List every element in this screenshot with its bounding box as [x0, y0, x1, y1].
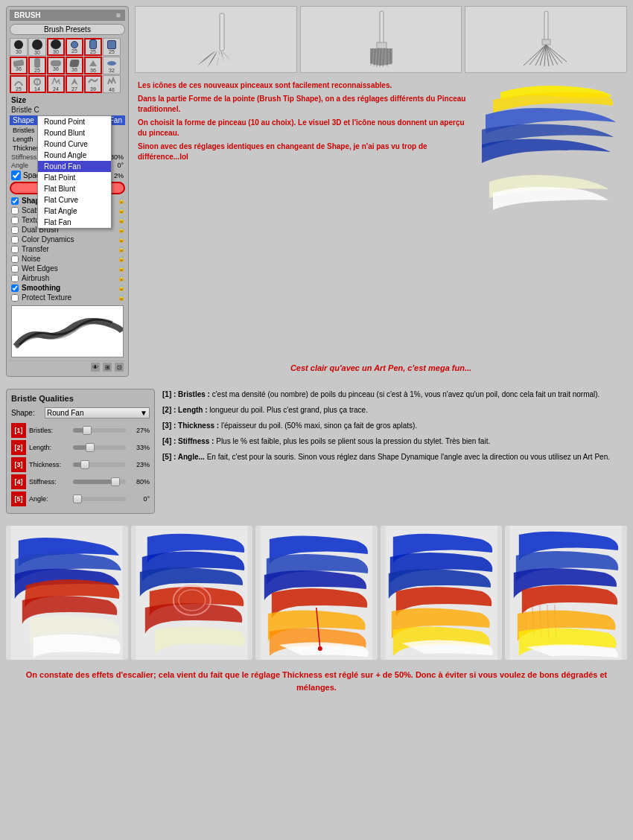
brush-thumb-7[interactable]: 36	[10, 57, 28, 74]
expl-text-4: Sinon avec des réglages identiques en ch…	[138, 141, 471, 162]
brush-thumb-15[interactable]: 24	[47, 75, 65, 93]
brush-preview	[11, 305, 124, 357]
stiffness-track-2[interactable]	[73, 480, 126, 484]
protect-texture-checkbox[interactable]	[11, 294, 19, 302]
wet-edges-checkbox[interactable]	[11, 265, 19, 273]
dropdown-item-8[interactable]: Flat Angle	[38, 206, 111, 217]
smoothing-row[interactable]: Smoothing 🔒	[10, 283, 125, 293]
shape-dynamics-checkbox[interactable]	[11, 197, 19, 205]
bristle-num-3: [3]	[11, 457, 26, 472]
dropdown-item-6[interactable]: Flat Blunt	[38, 183, 111, 194]
angle-label-2: Angle:	[29, 495, 70, 503]
bristle-slider-2: [2] Length: 33%	[11, 440, 150, 455]
dropdown-item-5[interactable]: Flat Point	[38, 172, 111, 183]
angle-thumb-2[interactable]	[73, 494, 82, 503]
bristle-expl-0: [1] : Bristles : c'est ma densité (ou no…	[162, 389, 627, 400]
dropdown-item-1[interactable]: Round Blunt	[38, 127, 111, 139]
texture-checkbox[interactable]	[11, 217, 19, 224]
brush-thumb-10[interactable]: 36	[66, 57, 83, 74]
brush-thumb-3[interactable]: 30	[47, 38, 65, 56]
airbrush-label: Airbrush	[22, 274, 116, 282]
brush-thumb-13[interactable]: 25	[10, 75, 28, 93]
transfer-row[interactable]: Transfer 🔒	[10, 244, 125, 254]
dropdown-item-2[interactable]: Round Curve	[38, 139, 111, 150]
brush-thumb-11[interactable]: 36	[84, 57, 102, 74]
brush-thumb-4[interactable]: 25	[66, 38, 83, 56]
lock-icon-8: 🔒	[118, 265, 124, 273]
bristle-panel-title: Bristle Qualities	[11, 394, 150, 403]
brush-svg-3	[509, 10, 583, 69]
thickness-track[interactable]	[73, 462, 126, 467]
bristles-track[interactable]	[73, 428, 126, 433]
art-pen-label: Cest clair qu'avec un Art Pen, c'est meg…	[290, 363, 471, 372]
paint-swatch-svg	[478, 77, 627, 241]
scattering-checkbox[interactable]	[11, 207, 19, 214]
bristles-value: 27%	[129, 427, 150, 434]
expl-desc-3: Plus le % est faible, plus les poils se …	[214, 437, 490, 445]
length-label: Length	[13, 136, 34, 143]
airbrush-checkbox[interactable]	[11, 275, 19, 282]
angle-track-2[interactable]	[73, 497, 126, 501]
transfer-checkbox[interactable]	[11, 246, 19, 253]
thickness-thumb[interactable]	[80, 460, 89, 469]
brush-thumb-14[interactable]: 14	[28, 75, 46, 93]
expl-desc-0: c'est ma densité (ou nombre) de poils du…	[210, 390, 599, 398]
bristle-panel: Bristle Qualities Shape: Round Fan ▼ [1]…	[6, 389, 155, 514]
color-dynamics-row[interactable]: Color Dynamics 🔒	[10, 235, 125, 244]
svg-rect-5	[377, 42, 387, 48]
expl-label-2: [3] : Thickness :	[162, 421, 219, 430]
brush-thumb-12[interactable]: 32	[103, 57, 121, 74]
dropdown-item-4[interactable]: Round Fan	[38, 161, 111, 172]
smoothing-checkbox[interactable]	[11, 284, 19, 292]
bristle-shape-label: Shape:	[11, 409, 45, 417]
expl-text-3: On choisit la forme de pinceau (10 au ch…	[138, 118, 471, 139]
lock-icon-1: 🔒	[118, 197, 124, 205]
svg-rect-14	[542, 39, 550, 45]
color-dynamics-checkbox[interactable]	[11, 236, 19, 244]
paint-swatch-container	[478, 77, 627, 359]
spacing-checkbox[interactable]	[11, 171, 21, 180]
preview-icon-expand[interactable]: ⊡	[115, 363, 124, 372]
brush-thumb-6[interactable]: 25	[103, 38, 121, 56]
brush-thumb-9[interactable]: 36	[47, 57, 65, 74]
stiffness-thumb-2[interactable]	[111, 477, 120, 486]
wet-edges-label: Wet Edges	[22, 264, 116, 273]
expl-desc-2: l'épaisseur du poil. (50% maxi, sinon ça…	[219, 421, 417, 430]
bottom-text: On constate des effets d'escalier; cela …	[6, 666, 627, 696]
brush-thumb-1[interactable]: 30	[10, 38, 28, 56]
bristle-shape-select[interactable]: Round Fan ▼	[45, 407, 150, 419]
lock-icon-10: 🔒	[118, 284, 124, 292]
protect-texture-row[interactable]: Protect Texture 🔒	[10, 293, 125, 302]
bristle-expl-1: [2] : Length : longueur du poil. Plus c'…	[162, 404, 627, 416]
brush-thumb-17[interactable]: 39	[84, 75, 102, 93]
wet-edges-row[interactable]: Wet Edges 🔒	[10, 264, 125, 273]
bristle-expl-4: [5] : Angle... En fait, c'est pour la so…	[162, 451, 627, 462]
noise-row[interactable]: Noise 🔒	[10, 254, 125, 264]
dual-brush-checkbox[interactable]	[11, 226, 19, 234]
paint-stroke-3	[255, 526, 378, 660]
brush-thumb-16[interactable]: 27	[66, 75, 83, 93]
expl-desc-1: longueur du poil. Plus c'est grand, plus…	[208, 406, 368, 414]
brush-thumb-5[interactable]: 25	[84, 38, 102, 56]
dropdown-item-7[interactable]: Flat Curve	[38, 194, 111, 206]
lock-icon-5: 🔒	[118, 236, 124, 244]
preview-icon-grid[interactable]: ⊞	[103, 363, 112, 372]
brush-image-2	[300, 6, 462, 73]
length-thumb[interactable]	[86, 443, 95, 452]
lock-icon-7: 🔒	[118, 255, 124, 263]
airbrush-row[interactable]: Airbrush 🔒	[10, 273, 125, 283]
brush-thumb-18[interactable]: 46	[103, 75, 121, 93]
noise-checkbox[interactable]	[11, 255, 19, 263]
panel-collapse-icon[interactable]: ≡	[116, 11, 121, 19]
brush-thumb-2[interactable]: 30	[28, 38, 46, 56]
brush-presets-button[interactable]: Brush Presets	[10, 24, 125, 35]
bristle-expl-2: [3] : Thickness : l'épaisseur du poil. (…	[162, 420, 627, 431]
dropdown-item-9[interactable]: Flat Fan	[38, 217, 111, 228]
expl-desc-4: En fait, c'est pour la souris. Sinon vou…	[205, 453, 610, 461]
brush-thumb-8[interactable]: 25	[28, 57, 46, 74]
preview-icon-eye[interactable]: 👁	[91, 363, 100, 372]
length-track[interactable]	[73, 445, 126, 450]
bristles-thumb[interactable]	[83, 426, 92, 435]
dropdown-item-3[interactable]: Round Angle	[38, 150, 111, 161]
dropdown-item-0[interactable]: Round Point	[38, 116, 111, 127]
